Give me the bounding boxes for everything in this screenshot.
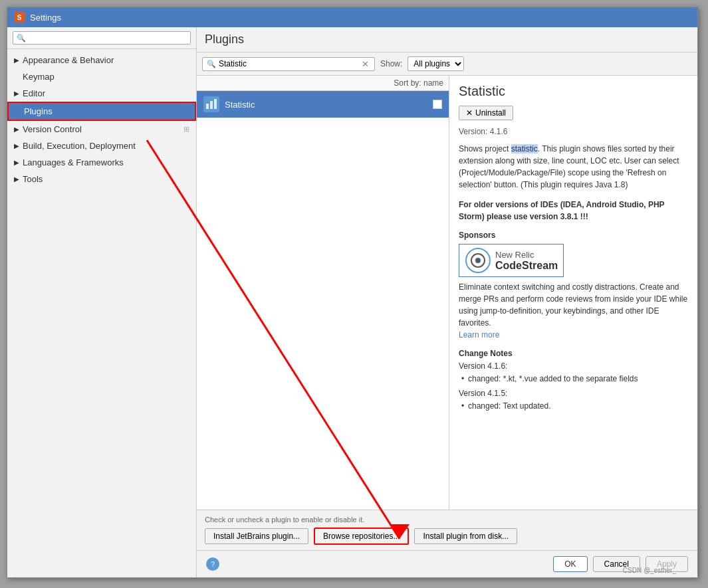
footer: Check or uncheck a plugin to enable or d… <box>197 510 697 550</box>
ok-button[interactable]: OK <box>553 556 587 572</box>
plugin-detail: Statistic ✕ Uninstall Version: 4.1.6 Sho… <box>449 76 697 510</box>
watermark: CSDN @_esther_ <box>623 567 676 574</box>
change-version-416: Version 4.1.6: <box>459 361 688 371</box>
sidebar-item-languages[interactable]: ▶ Languages & Frameworks <box>7 154 196 171</box>
sidebar-item-label: Version Control <box>23 124 82 134</box>
sidebar-item-tools[interactable]: ▶ Tools <box>7 171 196 187</box>
sort-bar: Sort by: name <box>197 76 449 91</box>
desc-highlight: statistic <box>511 144 538 153</box>
plugin-list: Sort by: name Sta <box>197 76 449 510</box>
sponsor-desc-text: Eliminate context switching and costly d… <box>459 282 687 328</box>
change-text: changed: Text updated. <box>468 401 551 411</box>
svg-rect-0 <box>206 104 209 109</box>
title-bar: S Settings <box>7 7 697 27</box>
sidebar-item-appearance[interactable]: ▶ Appearance & Behavior <box>7 52 196 68</box>
sidebar-item-label: Build, Execution, Deployment <box>23 141 136 151</box>
help-button[interactable]: ? <box>206 557 219 571</box>
plugin-description: Shows project statistic. This plugin sho… <box>459 143 688 191</box>
sidebar-item-label: Plugins <box>24 106 53 116</box>
svg-rect-1 <box>210 101 213 109</box>
uninstall-button[interactable]: ✕ Uninstall <box>459 106 513 120</box>
learn-more-link[interactable]: Learn more <box>459 330 499 340</box>
plugin-checkbox[interactable]: ✓ <box>433 100 442 109</box>
sponsors-section: Sponsors New Relic CodeStre <box>459 231 688 341</box>
show-label: Show: <box>380 59 402 68</box>
desc-text-1: Shows project <box>459 144 511 153</box>
plugin-search-wrapper: 🔍 Statistic ✕ <box>202 57 375 71</box>
plugin-search-icon: 🔍 <box>207 60 216 68</box>
sidebar-item-version-control[interactable]: ▶ Version Control ⊞ <box>7 121 196 138</box>
sidebar-item-label: Keymap <box>23 72 55 82</box>
version-label: Version 4.1.5: <box>459 389 507 398</box>
arrow-icon: ▶ <box>14 56 19 64</box>
change-text: changed: *.kt, *.vue added to the separa… <box>468 374 638 383</box>
sort-by-name[interactable]: Sort by: name <box>394 78 443 88</box>
version-label: Version 4.1.6: <box>459 361 507 371</box>
arrow-icon: ▶ <box>14 159 19 166</box>
change-item: changed: *.kt, *.vue added to the separa… <box>459 373 688 385</box>
arrow-icon: ▶ <box>14 90 19 97</box>
change-notes-title: Change Notes <box>459 349 688 358</box>
version-control-icon: ⊞ <box>183 125 189 134</box>
older-versions-bold: For older versions of IDEs (IDEA, Androi… <box>459 200 664 221</box>
sidebar-item-editor[interactable]: ▶ Editor <box>7 85 196 102</box>
window-body: 🔍 ▶ Appearance & Behavior ▶ Keymap ▶ <box>7 27 697 577</box>
list-item[interactable]: Statistic ✓ <box>197 91 449 118</box>
sponsors-title: Sponsors <box>459 231 688 240</box>
settings-window: S Settings 🔍 ▶ Appearance & Behavior ▶ <box>7 7 698 578</box>
sidebar-search-input[interactable] <box>29 33 187 43</box>
sidebar-search-wrapper: 🔍 <box>13 31 191 45</box>
uninstall-label: Uninstall <box>475 108 506 118</box>
sponsor-line2: CodeStream <box>495 260 558 272</box>
browse-repositories-button[interactable]: Browse repositories... <box>314 528 409 545</box>
svg-rect-2 <box>214 99 217 109</box>
plugins-header: Plugins <box>197 27 697 52</box>
plugins-title: Plugins <box>205 33 244 46</box>
arrow-icon: ▶ <box>14 175 19 183</box>
sponsor-line1: New Relic <box>495 250 558 260</box>
sidebar-item-keymap[interactable]: ▶ Keymap <box>7 68 196 85</box>
footer-buttons: Install JetBrains plugin... Browse repos… <box>205 528 689 545</box>
plugins-split: Sort by: name Sta <box>197 76 697 510</box>
window-title: Settings <box>30 13 61 23</box>
app-icon: S <box>14 12 25 23</box>
sidebar-search-bar: 🔍 <box>7 27 196 49</box>
footer-hint: Check or uncheck a plugin to enable or d… <box>205 516 689 524</box>
arrow-icon: ▶ <box>14 142 19 149</box>
change-item: changed: Text updated. <box>459 401 688 412</box>
sidebar-item-plugins[interactable]: ▶ Plugins <box>7 102 196 121</box>
sidebar-item-label: Appearance & Behavior <box>23 55 114 65</box>
plugin-icon <box>203 96 219 112</box>
change-version-415: Version 4.1.5: <box>459 389 688 398</box>
arrow-icon: ▶ <box>14 126 19 133</box>
clear-search-button[interactable]: ✕ <box>360 59 370 69</box>
sponsor-description: Eliminate context switching and costly d… <box>459 281 688 341</box>
install-jetbrains-button[interactable]: Install JetBrains plugin... <box>205 528 308 544</box>
install-disk-button[interactable]: Install plugin from disk... <box>414 528 517 544</box>
nav-items: ▶ Appearance & Behavior ▶ Keymap ▶ Edito… <box>7 49 196 577</box>
uninstall-icon: ✕ <box>466 108 473 118</box>
plugin-entries: Statistic ✓ <box>197 91 449 510</box>
sidebar-item-label: Languages & Frameworks <box>23 157 124 167</box>
sidebar: 🔍 ▶ Appearance & Behavior ▶ Keymap ▶ <box>7 27 197 577</box>
plugin-version: Version: 4.1.6 <box>459 127 688 136</box>
show-select[interactable]: All plugins Enabled Disabled Bundled Cus… <box>408 56 464 71</box>
sidebar-item-build[interactable]: ▶ Build, Execution, Deployment <box>7 138 196 154</box>
plugins-toolbar: 🔍 Statistic ✕ Show: All plugins Enabled … <box>197 52 697 76</box>
main-content: Plugins 🔍 Statistic ✕ Show: All plugins … <box>197 27 697 577</box>
plugin-detail-title: Statistic <box>459 84 688 99</box>
sidebar-item-label: Editor <box>23 88 45 98</box>
older-versions-text: For older versions of IDEs (IDEA, Androi… <box>459 199 688 223</box>
sponsor-name: New Relic CodeStream <box>495 250 558 272</box>
sidebar-search-icon: 🔍 <box>17 34 26 43</box>
sidebar-item-label: Tools <box>23 174 43 184</box>
plugin-search-input[interactable]: Statistic <box>219 59 358 68</box>
plugin-name: Statistic <box>225 100 433 110</box>
sponsor-logo: New Relic CodeStream <box>459 244 564 277</box>
